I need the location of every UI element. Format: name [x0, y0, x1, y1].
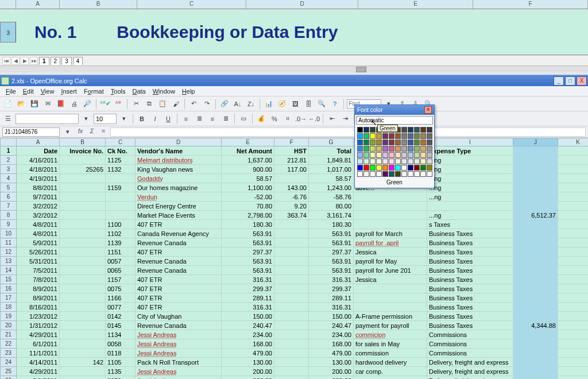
color-swatch[interactable] [370, 140, 376, 145]
col-G[interactable]: G [309, 138, 354, 146]
col-F[interactable]: F [274, 138, 309, 146]
color-swatch[interactable] [357, 171, 363, 177]
sheet-tab-4[interactable]: 4 [73, 57, 83, 65]
row-hdr[interactable]: 19 [1, 312, 17, 321]
spellcheck-icon[interactable]: ᴬᴮ✔ [99, 98, 111, 110]
undo-icon[interactable]: ↶ [188, 98, 199, 110]
color-swatch[interactable] [408, 133, 413, 139]
row-hdr[interactable]: 25 [1, 367, 17, 376]
color-swatch[interactable] [370, 127, 376, 133]
row-hdr[interactable]: 10 [1, 229, 17, 238]
color-swatch[interactable] [427, 171, 432, 177]
row-hdr[interactable]: 12 [1, 247, 17, 257]
menu-tools[interactable]: Tools [107, 87, 129, 96]
percent-icon[interactable]: % [269, 113, 280, 125]
color-swatch[interactable] [401, 152, 407, 158]
color-swatch[interactable] [408, 140, 413, 145]
close-button[interactable]: X [577, 76, 587, 86]
color-swatch[interactable] [401, 140, 407, 145]
color-swatch[interactable] [382, 140, 388, 145]
new-icon[interactable]: 📄 [2, 98, 14, 110]
datasource-icon[interactable]: 🗄 [303, 98, 314, 110]
preview-icon[interactable]: 🔎 [82, 98, 93, 110]
minimize-button[interactable]: _ [554, 76, 564, 86]
popup-close-icon[interactable]: ✕ [424, 106, 432, 114]
color-swatch[interactable] [376, 133, 382, 139]
col-B[interactable]: B [60, 138, 106, 146]
color-swatch[interactable] [376, 146, 382, 152]
font-name-dropdown-icon[interactable]: ▾ [80, 113, 92, 125]
color-swatch[interactable] [427, 158, 432, 164]
autocheck-icon[interactable]: ᴬᴮ [113, 98, 124, 110]
sheet-tab-1[interactable]: 1 [39, 57, 49, 65]
row-hdr[interactable]: 18 [1, 303, 17, 312]
sort-desc-icon[interactable]: Z↓ [245, 98, 257, 110]
formula-input[interactable] [110, 127, 586, 137]
row-hdr[interactable]: 16 [1, 284, 17, 293]
color-swatch[interactable] [427, 165, 432, 171]
styles-icon[interactable]: ☰ [2, 113, 14, 125]
color-swatch[interactable] [382, 152, 388, 158]
row-hdr[interactable]: 8 [1, 211, 17, 220]
menu-format[interactable]: Format [80, 87, 107, 96]
color-swatch[interactable] [420, 165, 426, 171]
color-swatch[interactable] [414, 158, 420, 164]
color-swatch[interactable] [427, 133, 432, 139]
col-C[interactable]: C [106, 138, 136, 146]
font-name-input[interactable] [16, 114, 79, 124]
color-swatch[interactable] [357, 158, 363, 164]
color-swatch[interactable] [401, 133, 407, 139]
color-swatch[interactable] [408, 165, 413, 171]
currency-icon[interactable]: 💰 [256, 113, 267, 125]
col-D[interactable]: D [136, 138, 222, 146]
color-swatch[interactable] [427, 127, 432, 133]
color-swatch[interactable] [376, 165, 382, 171]
col-I[interactable]: I [427, 138, 513, 146]
align-center-icon[interactable]: ≣ [194, 113, 205, 125]
italic-button[interactable]: I [149, 113, 161, 125]
color-swatch[interactable] [408, 158, 413, 164]
maximize-button[interactable]: □ [565, 76, 575, 86]
color-swatch[interactable] [420, 152, 426, 158]
color-swatch[interactable] [408, 127, 413, 133]
help-icon[interactable]: ? [329, 98, 341, 110]
color-swatch[interactable] [395, 152, 401, 158]
sum-icon[interactable]: Σ [87, 127, 96, 137]
color-swatch[interactable] [357, 152, 363, 158]
menu-file[interactable]: File [2, 87, 20, 96]
color-swatch[interactable] [401, 171, 407, 177]
standard-format-icon[interactable]: ⌗ [282, 113, 293, 125]
color-swatch[interactable] [414, 146, 420, 152]
color-swatch[interactable] [370, 165, 376, 171]
name-box-dropdown-icon[interactable]: ▾ [62, 126, 74, 138]
color-swatch[interactable] [401, 165, 407, 171]
menu-view[interactable]: View [37, 87, 58, 96]
email-icon[interactable]: ✉ [42, 98, 53, 110]
select-all[interactable] [1, 138, 17, 146]
color-swatch[interactable] [382, 165, 388, 171]
titlebar[interactable]: 2.xls - OpenOffice.org Calc _ □ X [0, 75, 588, 86]
color-swatch[interactable] [363, 171, 369, 177]
color-swatch[interactable] [414, 133, 420, 139]
name-box[interactable] [2, 127, 60, 137]
color-swatch[interactable] [389, 171, 394, 177]
bold-button[interactable]: B [136, 113, 148, 125]
color-swatch[interactable] [427, 146, 432, 152]
row-hdr[interactable]: 21 [1, 330, 17, 339]
merge-cells-icon[interactable]: ▭ [238, 113, 249, 125]
color-swatch[interactable] [382, 133, 388, 139]
color-swatch[interactable] [401, 146, 407, 152]
color-swatch[interactable] [420, 140, 426, 145]
color-swatch[interactable] [395, 140, 401, 145]
align-justify-icon[interactable]: ≣ [220, 113, 231, 125]
color-swatch[interactable] [376, 171, 382, 177]
row-hdr[interactable]: 4 [1, 174, 17, 183]
row-hdr[interactable]: 24 [1, 358, 17, 367]
row-hdr[interactable]: 22 [1, 339, 17, 349]
menu-window[interactable]: Window [149, 87, 179, 96]
col-J[interactable]: J [513, 138, 558, 146]
fx-icon[interactable]: fx [76, 127, 85, 137]
tab-first-icon[interactable]: ⏮ [2, 57, 10, 65]
color-swatch[interactable] [395, 146, 401, 152]
color-swatch[interactable] [414, 171, 420, 177]
